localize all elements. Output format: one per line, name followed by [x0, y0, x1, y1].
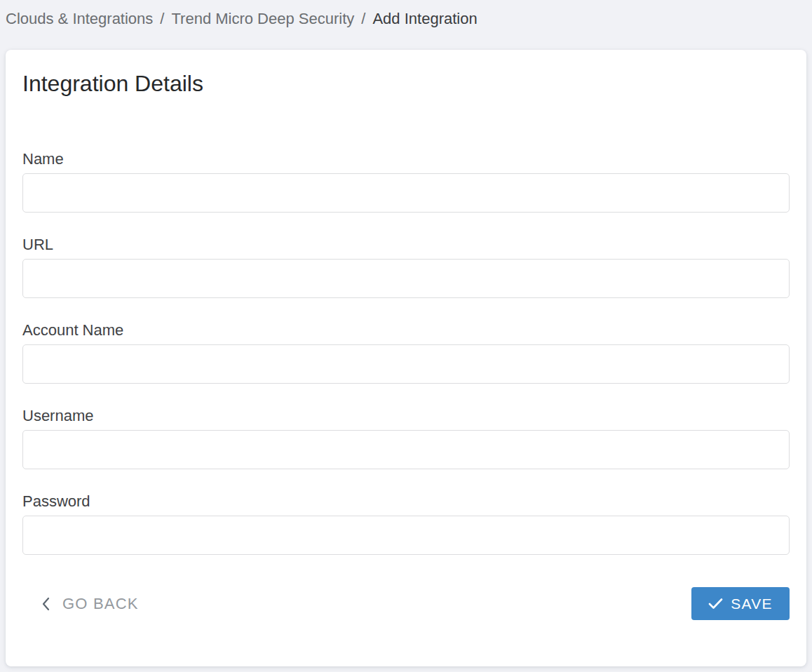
go-back-button[interactable]: GO BACK [41, 595, 139, 613]
url-field-group: URL [22, 236, 790, 298]
breadcrumb-item-trend-micro-deep-security[interactable]: Trend Micro Deep Security [171, 8, 354, 29]
account-name-label: Account Name [22, 322, 790, 339]
username-input[interactable] [22, 430, 790, 469]
password-label: Password [22, 493, 790, 510]
go-back-label: GO BACK [62, 595, 139, 613]
name-label: Name [22, 151, 790, 168]
account-name-field-group: Account Name [22, 322, 790, 384]
integration-form: Name URL Account Name Username Password [22, 151, 790, 555]
password-input[interactable] [22, 516, 790, 555]
breadcrumb-separator: / [361, 8, 365, 29]
page-title: Integration Details [22, 68, 790, 99]
breadcrumb-separator: / [160, 8, 164, 29]
account-name-input[interactable] [22, 344, 790, 384]
name-input[interactable] [22, 173, 790, 213]
breadcrumb-item-clouds-integrations[interactable]: Clouds & Integrations [6, 8, 153, 29]
password-field-group: Password [22, 493, 790, 555]
save-button[interactable]: SAVE [691, 587, 790, 620]
url-label: URL [22, 236, 790, 253]
username-label: Username [22, 408, 790, 424]
save-label: SAVE [731, 596, 772, 612]
username-field-group: Username [22, 408, 790, 469]
name-field-group: Name [22, 151, 790, 213]
integration-details-card: Integration Details Name URL Account Nam… [6, 50, 806, 666]
checkmark-icon [708, 598, 723, 610]
breadcrumb-item-add-integration: Add Integration [372, 8, 477, 29]
form-footer: GO BACK SAVE [22, 587, 790, 620]
chevron-left-icon [41, 596, 51, 612]
url-input[interactable] [22, 259, 790, 298]
breadcrumb: Clouds & Integrations / Trend Micro Deep… [0, 0, 812, 50]
